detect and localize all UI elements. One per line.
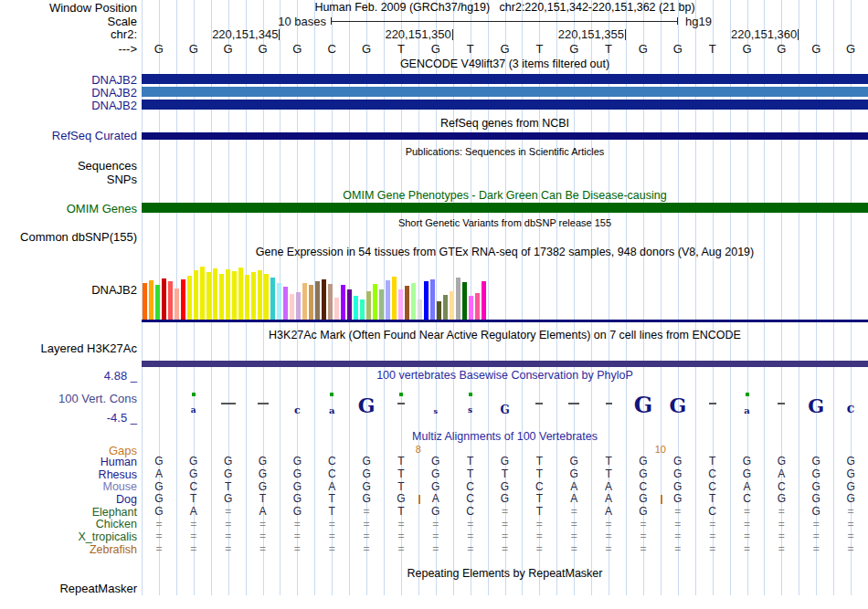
gencode-title-text[interactable]: GENCODE V49lift37 (3 items filtered out)	[142, 58, 868, 70]
gtex-expression-bar[interactable]	[450, 291, 454, 320]
gtex-expression-bar[interactable]	[168, 281, 173, 320]
sequences-label[interactable]: Sequences	[0, 159, 137, 173]
gtex-expression-bar[interactable]	[379, 289, 384, 320]
gtex-expression-bar[interactable]	[398, 289, 403, 320]
species-label[interactable]: Elephant	[0, 506, 137, 519]
gtex-expression-bar[interactable]	[200, 267, 205, 320]
gtex-expression-bar[interactable]	[456, 278, 460, 320]
gtex-gene-label[interactable]: DNAJB2	[0, 283, 137, 297]
gtex-expression-bar[interactable]	[418, 299, 422, 320]
species-label[interactable]: Zebrafish	[0, 543, 137, 556]
reference-base: G	[418, 42, 453, 56]
gtex-expression-bar[interactable]	[328, 284, 333, 320]
omim-title[interactable]: OMIM Gene Phenotypes - Dark Green Can Be…	[142, 189, 868, 202]
gtex-expression-bar[interactable]	[206, 272, 211, 320]
gtex-expression-bar[interactable]	[219, 274, 224, 320]
refseq-gene-bar[interactable]	[142, 132, 868, 140]
gtex-expression-bar[interactable]	[194, 270, 198, 320]
gtex-expression-bar[interactable]	[443, 295, 448, 320]
gtex-title[interactable]: Gene Expression in 54 tissues from GTEx …	[142, 246, 868, 258]
gtex-expression-bar[interactable]	[334, 298, 339, 320]
gtex-expression-bar[interactable]	[322, 279, 326, 320]
gtex-expression-bar[interactable]	[392, 277, 397, 320]
layered-h3k27ac-label[interactable]: Layered H3K27Ac	[0, 341, 137, 355]
gtex-expression-bar[interactable]	[373, 284, 377, 320]
repeatmasker-title[interactable]: Repeating Elements by RepeatMasker	[142, 567, 868, 580]
dbsnp-title[interactable]: Short Genetic Variants from dbSNP releas…	[142, 217, 868, 228]
species-label[interactable]: Mouse	[0, 480, 137, 493]
gtex-expression-bar[interactable]	[296, 292, 301, 320]
genome-browser: Window Position Human Feb. 2009 (GRCh37/…	[0, 0, 868, 609]
gtex-expression-bar[interactable]	[469, 296, 473, 320]
multiz-title[interactable]: Multiz Alignments of 100 Vertebrates	[142, 430, 868, 443]
gtex-expression-bar[interactable]	[175, 289, 179, 320]
gtex-expression-bar[interactable]	[386, 280, 390, 320]
h3k27ac-title[interactable]: H3K27Ac Mark (Often Found Near Active Re…	[142, 329, 868, 341]
gtex-expression-bar[interactable]	[347, 289, 352, 320]
gtex-expression-bar[interactable]	[181, 279, 185, 320]
gtex-expression-bar[interactable]	[226, 269, 230, 320]
gtex-expression-bar[interactable]	[366, 291, 371, 320]
gtex-expression-bar[interactable]	[411, 283, 416, 320]
gtex-expression-bar[interactable]	[149, 280, 153, 320]
gtex-gene-model-line[interactable]	[142, 320, 868, 322]
gtex-expression-bar[interactable]	[143, 283, 147, 320]
gtex-expression-bar[interactable]	[258, 270, 262, 320]
gtex-expression-bar[interactable]	[405, 286, 409, 320]
species-label[interactable]: Human	[0, 456, 137, 468]
repeatmasker-label[interactable]: RepeatMasker	[0, 582, 137, 595]
species-label[interactable]: Dog	[0, 493, 137, 506]
gtex-expression-bar[interactable]	[155, 285, 160, 320]
gtex-expression-bar[interactable]	[354, 296, 358, 320]
gtex-expression-bar[interactable]	[360, 299, 365, 320]
gtex-expression-bar[interactable]	[213, 268, 217, 320]
species-label[interactable]: Rhesus	[0, 468, 137, 481]
gtex-expression-bar[interactable]	[290, 294, 294, 320]
omim-genes-label[interactable]: OMIM Genes	[0, 202, 137, 215]
gene-label-dnajb2-1[interactable]: DNAJB2	[0, 73, 137, 87]
reference-base: T	[695, 42, 730, 56]
gtex-expression-bar[interactable]	[424, 281, 429, 320]
gtex-expression-bar[interactable]	[277, 283, 281, 320]
aligned-base: T	[488, 468, 523, 480]
gtex-expression-bar[interactable]	[462, 282, 467, 320]
aligned-base: C	[764, 481, 799, 493]
refseq-title[interactable]: RefSeq genes from NCBI	[142, 117, 868, 130]
gtex-expression-bar[interactable]	[162, 278, 166, 320]
gene-bar-dnajb2-2[interactable]	[142, 87, 868, 97]
gene-bar-dnajb2-3[interactable]	[142, 100, 868, 110]
gtex-expression-bar[interactable]	[315, 281, 320, 320]
gtex-expression-bar[interactable]	[437, 301, 441, 320]
publications-title[interactable]: Publications: Sequences in Scientific Ar…	[142, 146, 868, 157]
species-label[interactable]: Chicken	[0, 518, 137, 530]
gene-bar-dnajb2-1[interactable]	[142, 74, 868, 84]
gtex-expression-bar[interactable]	[341, 285, 345, 320]
gtex-expression-bar[interactable]	[270, 278, 275, 320]
gtex-expression-bar[interactable]	[251, 272, 256, 320]
gtex-expression-bar[interactable]	[482, 281, 486, 320]
gtex-expression-bar[interactable]	[238, 268, 243, 320]
gene-label-dnajb2-2[interactable]: DNAJB2	[0, 86, 137, 100]
common-dbsnp-label[interactable]: Common dbSNP(155)	[0, 230, 137, 244]
gtex-expression-chart[interactable]	[142, 261, 868, 320]
gtex-expression-bar[interactable]	[309, 285, 313, 320]
aligned-base: C	[695, 468, 730, 480]
omim-gene-bar[interactable]	[142, 203, 868, 213]
conservation-logo-accent	[746, 393, 749, 396]
gtex-expression-bar[interactable]	[232, 271, 237, 320]
gtex-expression-bar[interactable]	[245, 275, 249, 320]
gtex-expression-bar[interactable]	[283, 287, 288, 320]
snps-label[interactable]: SNPs	[0, 173, 137, 186]
refseq-curated-label[interactable]: RefSeq Curated	[0, 129, 137, 142]
gtex-expression-bar[interactable]	[302, 283, 307, 320]
species-label[interactable]: X_tropicalis	[0, 530, 137, 543]
unalignable-marker: =	[211, 530, 246, 542]
reference-base: T	[522, 42, 556, 56]
gtex-expression-bar[interactable]	[264, 274, 269, 320]
aligned-base: T	[695, 493, 730, 505]
conservation-track-label[interactable]: 100 Vert. Cons	[0, 392, 137, 405]
gtex-expression-bar[interactable]	[430, 279, 435, 320]
gtex-expression-bar[interactable]	[187, 276, 192, 320]
gene-label-dnajb2-3[interactable]: DNAJB2	[0, 99, 137, 112]
gtex-expression-bar[interactable]	[475, 293, 480, 320]
